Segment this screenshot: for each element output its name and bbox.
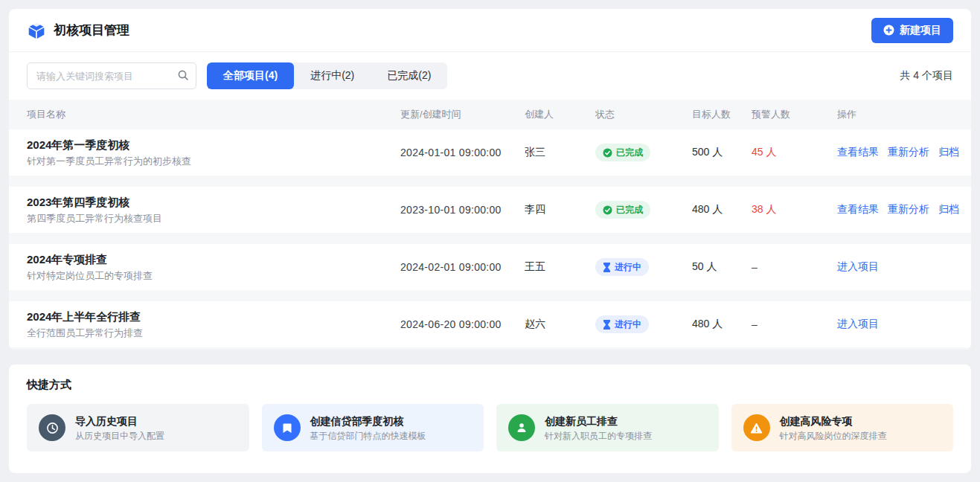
actions-cell: 进入项目 (837, 318, 953, 331)
creator: 张三 (525, 146, 595, 159)
warning-count: – (752, 261, 837, 273)
status-cell: 进行中 (595, 258, 692, 276)
view-results-link[interactable]: 查看结果 (837, 203, 879, 216)
hourglass-icon (603, 263, 611, 272)
plus-circle-icon (883, 25, 894, 36)
shortcuts-title: 快捷方式 (27, 378, 953, 392)
project-desc: 第四季度员工异常行为核查项目 (27, 211, 400, 226)
tab-completed[interactable]: 已完成(2) (371, 62, 447, 89)
table-header: 项目名称 更新/创建时间 创建人 状态 目标人数 预警人数 操作 (9, 100, 971, 129)
status-badge: 已完成 (595, 201, 650, 219)
project-desc: 全行范围员工异常行为排查 (27, 326, 400, 341)
col-target-count: 目标人数 (692, 108, 752, 121)
col-update-time: 更新/创建时间 (400, 108, 525, 121)
target-count: 50 人 (692, 260, 752, 274)
enter-project-link[interactable]: 进入项目 (837, 260, 879, 274)
status-badge: 进行中 (595, 258, 649, 276)
toolbar: 全部项目(4) 进行中(2) 已完成(2) 共 4 个项目 (9, 52, 971, 100)
clock-icon (39, 414, 65, 441)
table-row: 2024年上半年全行排查 全行范围员工异常行为排查 2024-06-20 09:… (9, 301, 971, 347)
tab-all-projects[interactable]: 全部项目(4) (207, 62, 294, 89)
warning-count: – (752, 318, 837, 330)
table-body: 2024年第一季度初核 针对第一季度员工异常行为的初步核查 2024-01-01… (9, 129, 971, 350)
actions-cell: 查看结果 重新分析 归档 (837, 146, 959, 159)
update-time: 2024-01-01 09:00:00 (400, 147, 525, 158)
project-title: 2023年第四季度初核 (27, 194, 400, 211)
project-management-panel: 初核项目管理 新建项目 全部项目(4) 进行中(2) (9, 9, 971, 350)
shortcut-text: 创建高风险专项 针对高风险岗位的深度排查 (780, 414, 887, 443)
status-badge: 已完成 (595, 144, 650, 161)
view-results-link[interactable]: 查看结果 (837, 146, 879, 159)
bookmark-icon (274, 414, 301, 441)
search-input[interactable] (27, 62, 196, 89)
col-actions: 操作 (837, 108, 953, 121)
status-cell: 已完成 (595, 201, 692, 219)
shortcut-import-history[interactable]: 导入历史项目 从历史项目中导入配置 (27, 404, 249, 452)
table-row: 2024年专项排查 针对特定岗位员工的专项排查 2024-02-01 09:00… (9, 244, 971, 290)
table-row: 2023年第四季度初核 第四季度员工异常行为核查项目 2023-10-01 09… (9, 187, 971, 233)
shortcut-high-risk-special[interactable]: 创建高风险专项 针对高风险岗位的深度排查 (731, 404, 954, 452)
target-count: 480 人 (692, 318, 752, 331)
person-icon (508, 414, 535, 441)
project-desc: 针对第一季度员工异常行为的初步核查 (27, 154, 400, 169)
check-circle-icon (603, 148, 612, 158)
project-title: 2024年专项排查 (27, 251, 400, 269)
tab-in-progress[interactable]: 进行中(2) (294, 62, 371, 89)
col-status: 状态 (595, 108, 692, 121)
project-name-cell: 2024年上半年全行排查 全行范围员工异常行为排查 (27, 309, 400, 340)
archive-link[interactable]: 归档 (938, 203, 959, 216)
filter-tabs: 全部项目(4) 进行中(2) 已完成(2) (207, 62, 447, 89)
table-row: 2024年第一季度初核 针对第一季度员工异常行为的初步核查 2024-01-01… (9, 129, 971, 176)
shortcuts-panel: 快捷方式 导入历史项目 从历史项目中导入配置 创建信贷部季度初核 基于信贷部门特… (9, 364, 971, 473)
new-project-button[interactable]: 新建项目 (871, 18, 953, 43)
creator: 赵六 (525, 318, 595, 331)
search-icon (177, 69, 189, 84)
shortcut-text: 导入历史项目 从历史项目中导入配置 (75, 414, 164, 443)
creator: 李四 (525, 203, 595, 216)
page-title: 初核项目管理 (54, 22, 129, 39)
project-title: 2024年上半年全行排查 (27, 309, 400, 326)
shortcut-text: 创建信贷部季度初核 基于信贷部门特点的快速模板 (310, 414, 426, 443)
actions-cell: 查看结果 重新分析 归档 (837, 203, 959, 216)
check-circle-icon (603, 205, 612, 215)
status-badge: 进行中 (595, 315, 649, 333)
archive-link[interactable]: 归档 (938, 146, 959, 159)
col-project-name: 项目名称 (27, 108, 400, 121)
actions-cell: 进入项目 (837, 260, 953, 274)
warning-icon (743, 414, 770, 441)
status-cell: 进行中 (595, 315, 692, 333)
project-title: 2024年第一季度初核 (27, 137, 400, 154)
project-desc: 针对特定岗位员工的专项排查 (27, 269, 400, 283)
title-wrap: 初核项目管理 (27, 21, 129, 40)
update-time: 2024-02-01 09:00:00 (400, 261, 525, 273)
header-bar: 初核项目管理 新建项目 (9, 9, 971, 52)
update-time: 2024-06-20 09:00:00 (400, 318, 525, 330)
warning-count: 45 人 (752, 146, 837, 159)
project-name-cell: 2024年第一季度初核 针对第一季度员工异常行为的初步核查 (27, 137, 400, 168)
warning-count: 38 人 (752, 203, 837, 216)
project-name-cell: 2023年第四季度初核 第四季度员工异常行为核查项目 (27, 194, 400, 225)
target-count: 480 人 (692, 203, 752, 216)
project-name-cell: 2024年专项排查 针对特定岗位员工的专项排查 (27, 251, 400, 283)
total-count: 共 4 个项目 (900, 69, 953, 83)
shortcut-text: 创建新员工排查 针对新入职员工的专项排查 (545, 414, 652, 443)
search-box (27, 62, 196, 89)
hourglass-icon (603, 320, 611, 330)
col-warning-count: 预警人数 (752, 108, 837, 121)
reanalyze-link[interactable]: 重新分析 (888, 146, 929, 159)
cube-icon (27, 21, 46, 40)
update-time: 2023-10-01 09:00:00 (400, 204, 525, 216)
new-project-label: 新建项目 (900, 24, 941, 37)
shortcut-new-employee-check[interactable]: 创建新员工排查 针对新入职员工的专项排查 (496, 404, 719, 452)
status-cell: 已完成 (595, 144, 692, 161)
target-count: 500 人 (692, 146, 752, 159)
col-creator: 创建人 (525, 108, 595, 121)
reanalyze-link[interactable]: 重新分析 (888, 203, 929, 216)
shortcut-credit-dept-review[interactable]: 创建信贷部季度初核 基于信贷部门特点的快速模板 (262, 404, 484, 452)
enter-project-link[interactable]: 进入项目 (837, 318, 879, 331)
shortcut-grid: 导入历史项目 从历史项目中导入配置 创建信贷部季度初核 基于信贷部门特点的快速模… (27, 404, 953, 452)
creator: 王五 (525, 260, 595, 274)
